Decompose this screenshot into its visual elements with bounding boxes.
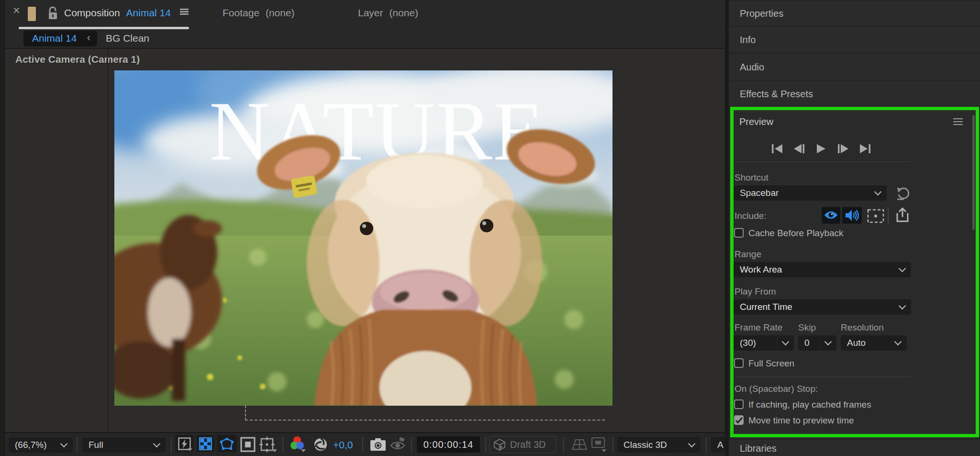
- chevron-down-icon: [153, 440, 161, 448]
- reset-icon[interactable]: [896, 186, 911, 200]
- composition-image[interactable]: NATURE: [114, 70, 612, 406]
- if-caching-checkbox[interactable]: [734, 399, 744, 409]
- chevron-down-icon: [782, 338, 790, 346]
- timecode-value: 0:00:00:14: [423, 439, 474, 450]
- play-from-dropdown[interactable]: Current Time: [734, 299, 911, 315]
- tab-footage-label: Footage: [223, 7, 259, 18]
- panel-tab-libraries[interactable]: Libraries: [729, 440, 980, 456]
- skip-value-box[interactable]: 0: [798, 335, 820, 351]
- checkerboard-icon: [199, 437, 212, 450]
- range-value: Work Area: [740, 264, 782, 275]
- shortcut-label: Shortcut: [735, 172, 768, 183]
- transparency-grid-button[interactable]: [196, 435, 215, 452]
- panel-tab-info[interactable]: Info: [729, 27, 980, 52]
- transport-controls: [771, 144, 881, 154]
- play-button[interactable]: [815, 144, 827, 154]
- exposure-value[interactable]: +0,0: [333, 439, 353, 451]
- mask-visibility-button[interactable]: [217, 435, 237, 452]
- chevron-down-icon: [824, 338, 832, 346]
- cache-before-playback-checkbox[interactable]: [734, 228, 744, 238]
- cache-before-playback-label: Cache Before Playback: [748, 228, 844, 239]
- tab-menu-icon[interactable]: [180, 9, 189, 10]
- on-stop-label: On (Spacebar) Stop:: [735, 384, 818, 394]
- tab-layer[interactable]: Layer (none): [358, 7, 418, 19]
- breadcrumb-chip[interactable]: Animal 14 ‹: [23, 31, 97, 46]
- share-icon[interactable]: [895, 207, 910, 223]
- panel-tab-effects-presets[interactable]: Effects & Presets: [729, 81, 980, 106]
- include-video-button[interactable]: [822, 207, 840, 224]
- draft-3d-label: Draft 3D: [510, 439, 546, 450]
- unlock-icon[interactable]: [47, 6, 59, 21]
- mask-outline-icon: [220, 437, 234, 450]
- fast-previews-button[interactable]: [175, 435, 194, 452]
- preview-resolution-dropdown[interactable]: Auto: [841, 335, 907, 351]
- chevron-down-icon: [688, 440, 696, 447]
- range-dropdown[interactable]: Work Area: [734, 262, 911, 277]
- check-icon: [735, 417, 743, 424]
- skip-value: 0: [804, 338, 810, 348]
- frame-rate-value-box[interactable]: (30): [734, 335, 777, 351]
- frame-rate-chevron-button[interactable]: [778, 335, 794, 351]
- composition-viewer[interactable]: Active Camera (Camera 1): [5, 49, 725, 432]
- exposure-icon[interactable]: [313, 437, 328, 452]
- tab-layer-target: (none): [389, 7, 418, 18]
- full-screen-checkbox[interactable]: [734, 358, 744, 368]
- magnification-dropdown[interactable]: (66,7%): [9, 437, 73, 453]
- panel-scrollbar[interactable]: [972, 115, 975, 230]
- ground-plane-icon[interactable]: [572, 439, 587, 450]
- next-frame-button[interactable]: [837, 144, 849, 154]
- move-time-label: Move time to preview time: [748, 415, 854, 426]
- show-snapshot-icon[interactable]: [390, 437, 405, 451]
- section-divider: [734, 376, 912, 377]
- view-label: Active Camera (Camera 1): [15, 54, 140, 65]
- preview-panel-menu-icon[interactable]: [953, 118, 963, 119]
- region-of-interest-icon[interactable]: [240, 437, 256, 452]
- preview-panel-title[interactable]: Preview: [739, 116, 773, 127]
- cube-3d-icon: [493, 439, 506, 451]
- move-time-checkbox[interactable]: [734, 415, 744, 425]
- toolbar-separator: [282, 437, 283, 453]
- tab-footage-target: (none): [266, 7, 295, 18]
- panel-divider[interactable]: [725, 0, 729, 456]
- draft-3d-toggle[interactable]: Draft 3D: [489, 436, 556, 453]
- include-audio-button[interactable]: [842, 207, 862, 224]
- preview-panel-highlight: Preview Shortcut Spacebar: [730, 107, 979, 437]
- breadcrumb-current[interactable]: Animal 14: [32, 33, 77, 44]
- include-overlays-icon[interactable]: [867, 209, 884, 223]
- chevron-down-icon: [899, 302, 906, 310]
- take-snapshot-icon[interactable]: [370, 438, 386, 451]
- shortcut-dropdown[interactable]: Spacebar: [734, 185, 887, 201]
- chevron-down-icon: [894, 338, 902, 346]
- tab-composition[interactable]: Composition Animal 14: [64, 7, 171, 19]
- panel-tab-label: Audio: [740, 61, 764, 72]
- last-frame-button[interactable]: [859, 144, 871, 154]
- full-screen-label: Full Screen: [748, 358, 794, 369]
- skip-chevron-button[interactable]: [821, 335, 836, 351]
- timecode-display[interactable]: 0:00:00:14: [417, 436, 480, 453]
- resolution-dropdown[interactable]: Full: [82, 437, 166, 453]
- panel-tab-label: Libraries: [740, 443, 777, 454]
- frame-rate-label: Frame Rate: [735, 322, 782, 333]
- play-from-value: Current Time: [740, 302, 792, 312]
- renderer-dropdown[interactable]: Classic 3D: [617, 437, 701, 453]
- active-tab-underline: [19, 27, 189, 29]
- panel-tab-label: Effects & Presets: [740, 89, 813, 100]
- close-tab-icon[interactable]: ✕: [12, 5, 21, 16]
- previous-frame-button[interactable]: [793, 144, 805, 154]
- grid-guides-button[interactable]: [259, 437, 278, 453]
- panel-tab-properties[interactable]: Properties: [729, 1, 980, 25]
- back-chevron-icon[interactable]: ‹: [87, 32, 90, 44]
- 3d-view-button[interactable]: [591, 437, 608, 453]
- renderer-value: Classic 3D: [624, 440, 667, 450]
- dropdown-arrow-icon: [188, 448, 192, 451]
- channels-button[interactable]: [290, 436, 307, 453]
- tab-composition-target: Animal 14: [126, 7, 171, 18]
- tab-footage[interactable]: Footage (none): [223, 7, 295, 19]
- breadcrumb-parent[interactable]: BG Clean: [106, 33, 149, 44]
- panel-tab-audio[interactable]: Audio: [729, 54, 980, 80]
- chevron-down-icon: [874, 188, 882, 196]
- viewer-tab-strip: ✕ Composition Animal 14 Footage (none) L…: [5, 0, 725, 49]
- toolbar-separator: [485, 437, 486, 453]
- first-frame-button[interactable]: [771, 144, 783, 154]
- camera-view-dropdown[interactable]: A: [711, 437, 725, 453]
